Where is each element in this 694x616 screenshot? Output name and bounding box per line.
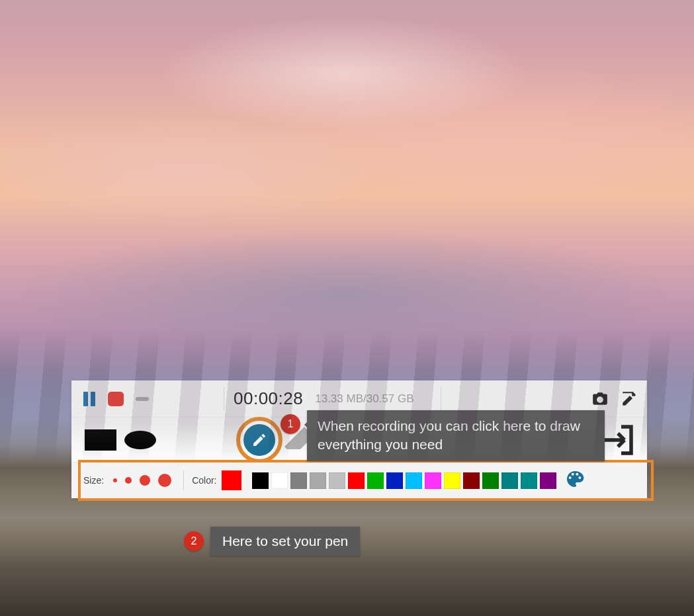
size-option-m[interactable] [140, 475, 150, 486]
arrow-icon [200, 425, 239, 455]
pen-button-circle [243, 424, 275, 456]
pencil-icon [251, 432, 267, 448]
minimize-icon [136, 397, 149, 401]
current-color [222, 470, 241, 490]
screenshot-button[interactable] [591, 390, 609, 408]
arrow-tool[interactable] [200, 421, 239, 459]
color-swatch-10[interactable] [444, 472, 460, 489]
separator [224, 387, 224, 411]
color-swatch-6[interactable] [367, 472, 384, 489]
callout-1: 1 When recording you can click here to d… [281, 410, 605, 461]
separator [441, 387, 441, 411]
size-option-s[interactable] [125, 477, 132, 484]
rectangle-tool[interactable] [81, 421, 120, 459]
size-option-xs[interactable] [113, 478, 117, 482]
size-option-l[interactable] [158, 474, 171, 487]
svg-rect-0 [85, 429, 116, 451]
callout-badge-1: 1 [281, 414, 300, 434]
color-swatch-9[interactable] [425, 472, 441, 489]
file-size-display: 13.33 MB/30.57 GB [315, 392, 413, 406]
color-swatch-14[interactable] [521, 472, 537, 489]
color-swatch-13[interactable] [501, 472, 518, 489]
size-label: Size: [83, 475, 104, 486]
minimize-button[interactable] [134, 390, 151, 408]
color-swatch-15[interactable] [540, 472, 556, 489]
color-swatch-11[interactable] [463, 472, 480, 489]
svg-line-2 [167, 431, 193, 449]
line-tool[interactable] [160, 421, 200, 459]
color-swatch-2[interactable] [290, 472, 307, 489]
edit-button[interactable] [621, 390, 638, 408]
pen-settings-row: Size: Color: [71, 462, 647, 498]
note-edit-icon [621, 390, 638, 408]
callout-badge-2: 2 [184, 531, 204, 551]
line-icon [160, 425, 200, 455]
stop-button[interactable] [107, 390, 124, 408]
palette-icon [564, 468, 586, 490]
ellipse-icon [120, 425, 160, 455]
svg-line-3 [206, 432, 229, 449]
color-swatch-7[interactable] [386, 472, 403, 489]
color-swatch-5[interactable] [348, 472, 365, 489]
color-swatch-3[interactable] [310, 472, 326, 489]
color-swatch-0[interactable] [252, 472, 269, 489]
custom-color-button[interactable] [559, 468, 586, 492]
camera-icon [591, 390, 609, 408]
color-swatch-4[interactable] [329, 472, 345, 489]
color-swatch-12[interactable] [482, 472, 499, 489]
callout-tip-1: When recording you can click here to dra… [307, 410, 605, 461]
pause-icon [83, 392, 95, 406]
callout-2: 2 Here to set your pen [184, 527, 360, 556]
color-label: Color: [192, 475, 216, 486]
desktop-background: 00:00:28 13.33 MB/30.57 GB [0, 0, 694, 616]
separator [183, 470, 184, 490]
pause-button[interactable] [81, 390, 98, 408]
color-swatch-8[interactable] [406, 472, 422, 489]
svg-point-1 [124, 431, 156, 449]
color-swatch-1[interactable] [271, 472, 288, 489]
callout-tip-2: Here to set your pen [210, 527, 360, 556]
timer-display: 00:00:28 [234, 388, 303, 409]
ellipse-tool[interactable] [120, 421, 160, 459]
stop-icon [108, 392, 124, 406]
rectangle-icon [81, 425, 120, 455]
pen-tool[interactable] [239, 421, 279, 459]
color-swatches [252, 472, 559, 489]
